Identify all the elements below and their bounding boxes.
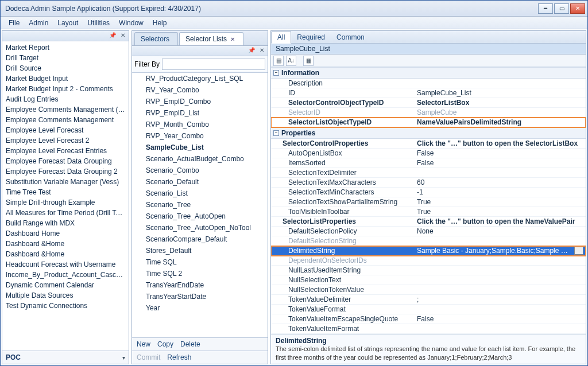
property-value[interactable] [415,236,586,246]
property-row[interactable]: DelimitedStringSample Basic - January;Sa… [271,246,586,256]
property-row[interactable]: DefaultSelectionPolicyNone [271,227,586,236]
tree-item[interactable]: Employee Level Forecast 2 [2,135,129,146]
tree-item[interactable]: Multiple Data Sources [2,290,129,301]
list-item[interactable]: Scenario_Tree [132,199,268,211]
prop-tab-common[interactable]: Common [331,32,370,43]
list-item[interactable]: TransYearStartDate [132,291,268,302]
tree-item[interactable]: Employee Level Forecast Entries [2,146,129,156]
prop-tab-all[interactable]: All [271,31,291,44]
property-value[interactable] [415,285,586,294]
category-information[interactable]: −Information [271,67,586,79]
list-item[interactable]: Year [132,302,268,314]
tab-selector-lists[interactable]: Selector Lists✕ [179,32,243,45]
list-item[interactable]: Stores_Default [132,245,268,256]
tree-item[interactable]: Income_By_Product_Account_Cascade [2,270,129,280]
pin-icon[interactable]: 📌 [248,48,255,54]
list-item[interactable]: RV_ProductCategory_List_SQL [132,73,268,84]
property-value[interactable]: SampleCube [415,108,586,117]
tab-selectors[interactable]: Selectors [134,32,178,45]
property-row[interactable]: DependentOnSelectorIDs [271,256,586,266]
tree-item[interactable]: Market Budget Input 2 - Comments [2,84,129,94]
minimize-button[interactable]: ━ [538,3,553,14]
property-value[interactable] [415,256,586,265]
menu-layout[interactable]: Layout [53,19,83,27]
tree-item[interactable]: Drill Source [2,63,129,73]
property-row[interactable]: SelectorControlPropertiesClick the "…" b… [271,139,586,149]
tree-item[interactable]: Dashboard &Home [2,249,129,259]
tree-item[interactable]: Time Tree Test [2,187,129,197]
property-row[interactable]: SelectionTextMaxCharacters60 [271,178,586,188]
tree-item[interactable]: Build Range with MDX [2,218,129,228]
property-value[interactable]: -1 [415,188,586,197]
tree-item[interactable]: Audit Log Entries [2,94,129,104]
tree-item[interactable]: Employee Forecast Data Grouping 2 [2,166,129,177]
tree-item[interactable]: Headcount Forecast with Username [2,259,129,270]
property-value[interactable]: SelectorListBox [415,98,586,107]
tree-item[interactable]: Market Budget Input [2,73,129,84]
list-item[interactable]: Time SQL 2 [132,268,268,279]
property-value[interactable]: False [415,158,586,168]
property-pages-button[interactable]: ▦ [303,56,314,66]
selector-list[interactable]: RV_ProductCategory_List_SQLRV_Year_Combo… [132,73,268,337]
tree-item[interactable]: Dashboard Home [2,228,129,239]
menu-help[interactable]: Help [148,19,172,27]
tree-item[interactable]: Employee Comments Management (E… [2,104,129,115]
property-value[interactable]: False [415,149,586,158]
tree-item[interactable]: Dashboard &Home [2,239,129,249]
property-value[interactable] [415,305,586,314]
list-item[interactable]: SampleCube_List [132,142,268,153]
categorized-button[interactable]: ▤ [273,56,284,66]
property-value[interactable]: True [415,197,586,207]
tree-item[interactable]: Drill Target [2,53,129,63]
list-item[interactable]: Scenario_Tree_AutoOpen_NoTool [132,222,268,233]
list-item[interactable]: Scenario_List [132,188,268,199]
list-item[interactable]: Scenario_Default [132,176,268,188]
close-button[interactable]: ✕ [570,3,585,14]
property-value[interactable] [415,168,586,177]
property-value[interactable]: Sample Basic - January;Sample.Basic;Samp… [415,246,586,255]
list-item[interactable]: Scenario_Combo [132,165,268,176]
list-item[interactable]: RVP_Month_Combo [132,119,268,130]
property-value[interactable]: 60 [415,178,586,187]
delete-action[interactable]: Delete [180,340,200,348]
property-value[interactable] [415,275,586,285]
list-item[interactable]: RVP_EmpID_List [132,107,268,119]
tree-item[interactable]: Dynamic Comment Calendar [2,280,129,290]
property-row[interactable]: SelectionTextDelimiter [271,168,586,178]
new-action[interactable]: New [137,340,150,348]
property-value[interactable]: None [415,227,586,236]
list-item[interactable]: ScenarioCompare_Default [132,233,268,245]
views-footer-label[interactable]: POC [6,353,21,361]
menu-window[interactable]: Window [114,19,148,27]
property-value[interactable] [415,324,586,333]
tree-item[interactable]: All Measures for Time Period (Drill Tar… [2,208,129,218]
list-item[interactable]: Scenario_Tree_AutoOpen [132,211,268,222]
property-row[interactable]: SelectorControlObjectTypeIDSelectorListB… [271,98,586,108]
property-value[interactable]: True [415,207,586,216]
list-item[interactable]: RVP_EmpID_Combo [132,96,268,107]
list-item[interactable]: Scenario_ActualBudget_Combo [132,153,268,165]
property-row[interactable]: DefaultSelectionString [271,236,586,246]
property-value[interactable] [415,266,586,275]
menu-admin[interactable]: Admin [24,19,53,27]
property-value[interactable]: ; [415,295,586,304]
property-row[interactable]: NullSelectionTokenValue [271,285,586,295]
refresh-action[interactable]: Refresh [167,353,191,361]
panel-close-icon[interactable]: ✕ [119,33,126,40]
property-value[interactable]: False [415,314,586,324]
property-value[interactable]: Click the "…" button to open the Selecto… [415,139,586,148]
property-grid[interactable]: −InformationDescriptionIDSampleCube_List… [271,67,586,334]
property-row[interactable]: ItemsSortedFalse [271,158,586,168]
tree-item[interactable]: Market Report [2,42,129,53]
views-tree[interactable]: Market ReportDrill TargetDrill SourceMar… [2,41,129,351]
close-icon[interactable]: ✕ [230,36,235,42]
list-item[interactable]: RV_Year_Combo [132,84,268,96]
property-row[interactable]: IDSampleCube_List [271,88,586,98]
menu-utilities[interactable]: Utilities [83,19,114,27]
property-row[interactable]: TokenValueItemFormat [271,324,586,334]
property-row[interactable]: TokenValueItemEscapeSingleQuoteFalse [271,314,586,324]
tree-item[interactable]: Employee Comments Management [2,115,129,125]
panel-close-icon[interactable]: ✕ [258,48,265,54]
prop-tab-required[interactable]: Required [291,32,331,43]
tree-item[interactable]: Employee Level Forecast [2,125,129,135]
